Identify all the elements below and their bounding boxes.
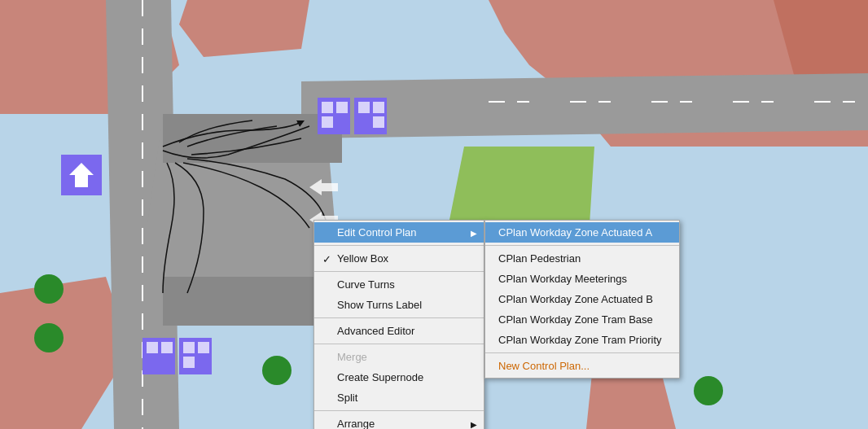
menu-item-edit-control-plan[interactable]: Edit Control Plan (314, 222, 484, 243)
svg-rect-19 (322, 102, 333, 113)
submenu-item-cplan-workday-meeterings[interactable]: CPlan Workday Meeterings (485, 269, 679, 289)
svg-marker-16 (163, 114, 342, 163)
svg-marker-4 (0, 277, 130, 429)
menu-item-merge: Merge (314, 347, 484, 367)
submenu-item-cplan-workday-tram-base[interactable]: CPlan Workday Zone Tram Base (485, 309, 679, 330)
submenu-item-cplan-workday-zone-b[interactable]: CPlan Workday Zone Actuated B (485, 289, 679, 309)
menu-item-curve-turns[interactable]: Curve Turns (314, 274, 484, 295)
svg-rect-34 (183, 357, 195, 368)
submenu-item-cplan-workday-zone-a[interactable]: CPlan Workday Zone Actuated A (485, 222, 679, 243)
svg-point-37 (34, 274, 64, 304)
submenu-separator-2 (485, 352, 679, 353)
menu-separator-2 (314, 271, 484, 272)
svg-point-38 (34, 323, 64, 352)
svg-point-40 (694, 376, 723, 405)
menu-separator-1 (314, 245, 484, 246)
svg-point-39 (262, 356, 292, 385)
svg-rect-29 (147, 342, 158, 353)
submenu-item-cplan-workday-tram-priority[interactable]: CPlan Workday Zone Tram Priority (485, 330, 679, 350)
submenu-item-cplan-pedestrian[interactable]: CPlan Pedestrian (485, 248, 679, 269)
submenu-item-new-control-plan[interactable]: New Control Plan... (485, 356, 679, 376)
menu-item-yellow-box[interactable]: Yellow Box (314, 248, 484, 269)
svg-rect-32 (183, 342, 195, 353)
menu-separator-3 (314, 317, 484, 318)
menu-separator-4 (314, 344, 484, 344)
svg-rect-21 (322, 116, 333, 128)
svg-marker-1 (179, 0, 309, 57)
submenu-separator-1 (485, 245, 679, 246)
menu-item-arrange[interactable]: Arrange (314, 414, 484, 429)
svg-rect-25 (373, 116, 384, 128)
menu-item-advanced-editor[interactable]: Advanced Editor (314, 321, 484, 341)
context-menu: Edit Control Plan Yellow Box Curve Turns… (313, 220, 484, 429)
svg-rect-30 (161, 342, 173, 353)
submenu: CPlan Workday Zone Actuated A CPlan Pede… (484, 220, 680, 379)
menu-item-create-supernode[interactable]: Create Supernode (314, 367, 484, 387)
menu-item-split[interactable]: Split (314, 387, 484, 408)
context-menu-wrapper: Edit Control Plan Yellow Box Curve Turns… (313, 220, 680, 429)
svg-rect-23 (358, 102, 370, 113)
svg-rect-33 (198, 342, 209, 353)
svg-rect-20 (336, 102, 348, 113)
svg-rect-24 (373, 102, 384, 113)
menu-separator-5 (314, 410, 484, 411)
menu-item-show-turns-label[interactable]: Show Turns Label (314, 295, 484, 315)
